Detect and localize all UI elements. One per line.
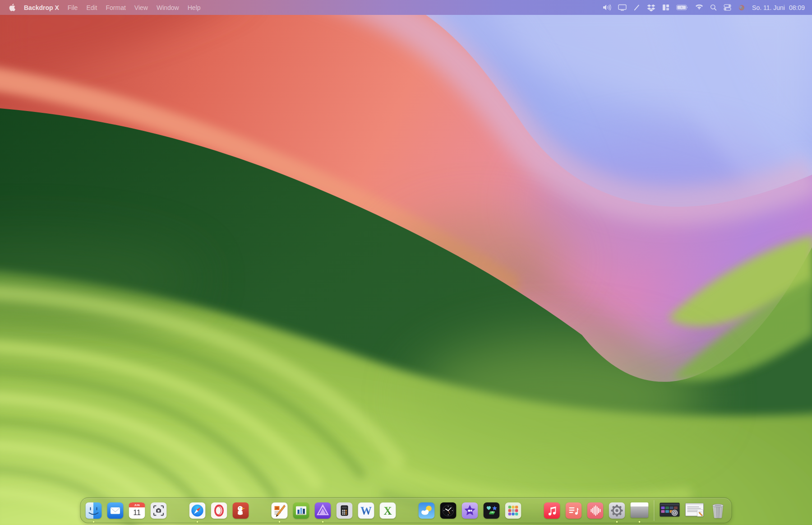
dock: JUN 11 [80, 497, 732, 523]
dock-calendar[interactable]: JUN 11 [129, 502, 145, 519]
apple-menu-icon[interactable] [9, 4, 15, 11]
mail-icon [107, 502, 124, 519]
numbers-icon [293, 502, 309, 519]
volume-icon[interactable] [602, 4, 611, 11]
trash-icon [710, 502, 726, 519]
wallpaper [0, 0, 812, 525]
battery-charging-icon[interactable] [676, 5, 688, 10]
system-settings-icon [609, 502, 625, 519]
app-badge-icon[interactable] [738, 4, 745, 11]
music-icon [544, 502, 560, 519]
dock-affinity-photo[interactable] [315, 502, 331, 519]
dock-backdrop-window[interactable] [631, 502, 649, 519]
menu-edit[interactable]: Edit [86, 4, 97, 11]
running-indicator [616, 521, 618, 523]
dock-trash[interactable] [710, 502, 727, 519]
stickers-icon [484, 502, 500, 519]
weather-icon [419, 502, 435, 519]
imovie-icon [462, 502, 478, 519]
dock-launchpad-grid[interactable] [505, 502, 521, 519]
dock-music[interactable] [544, 502, 560, 519]
dock-opera[interactable] [211, 502, 227, 519]
svg-text:11: 11 [133, 509, 141, 516]
pencil-icon[interactable] [633, 4, 640, 11]
active-app-menu[interactable]: Backdrop X [24, 4, 59, 11]
opera-icon [211, 502, 227, 519]
word-icon: W [358, 502, 374, 519]
clock-icon [440, 502, 457, 519]
dock-separator [654, 500, 655, 521]
dock-finder[interactable] [86, 502, 102, 519]
menu-help[interactable]: Help [188, 4, 201, 11]
wifi-icon[interactable] [695, 5, 703, 10]
duckduckgo-icon [233, 502, 249, 519]
dropbox-icon[interactable] [647, 4, 655, 11]
calendar-icon: JUN 11 [129, 502, 145, 519]
dock-word[interactable]: W [358, 502, 374, 519]
dock-stickers[interactable] [484, 502, 500, 519]
running-indicator [279, 521, 281, 523]
pages-icon [272, 502, 288, 519]
dock-system-settings[interactable] [609, 502, 625, 519]
window-tiling-icon[interactable] [662, 4, 669, 11]
dock-minimized-dark-window[interactable] [660, 502, 680, 519]
menu-file[interactable]: File [68, 4, 78, 11]
running-indicator [197, 521, 198, 523]
menu-bar: Backdrop X File Edit Format View Window … [0, 0, 812, 15]
menu-format[interactable]: Format [106, 4, 126, 11]
affinity-photo-icon [315, 502, 331, 519]
spotlight-icon[interactable] [710, 4, 717, 11]
dock-excel[interactable]: X [380, 502, 396, 519]
svg-text:W: W [360, 505, 372, 517]
running-indicator [93, 521, 95, 523]
menubar-time: 08:09 [789, 4, 805, 11]
dock-screenshot[interactable] [151, 502, 167, 519]
calculator-icon [337, 502, 353, 519]
svg-text:X: X [383, 505, 392, 517]
dock-pages[interactable] [272, 502, 288, 519]
dock-playlist[interactable] [566, 502, 582, 519]
voice-waveform-icon [587, 502, 604, 519]
running-indicator [639, 521, 641, 523]
svg-text:JUN: JUN [134, 504, 139, 506]
dock-duckduckgo[interactable] [233, 502, 249, 519]
menubar-clock[interactable]: So. 11. Juni 08:09 [752, 4, 805, 11]
dock-safari[interactable] [189, 502, 206, 519]
finder-icon [86, 502, 102, 519]
minimized-dark-window-icon [660, 502, 680, 517]
dock-minimized-text-document[interactable] [685, 502, 705, 519]
dock-imovie[interactable] [462, 502, 478, 519]
dock-weather[interactable] [419, 502, 435, 519]
safari-icon [189, 502, 206, 519]
playlist-icon [566, 502, 582, 519]
backdrop-window-icon [631, 502, 649, 518]
dock-numbers[interactable] [293, 502, 309, 519]
screenshot-icon [151, 502, 167, 519]
launchpad-grid-icon [505, 502, 521, 519]
menubar-date: So. 11. Juni [752, 4, 785, 11]
menu-view[interactable]: View [134, 4, 148, 11]
dock-clock[interactable] [440, 502, 457, 519]
minimized-text-document-icon [685, 502, 704, 517]
running-indicator [322, 521, 324, 523]
menu-window[interactable]: Window [157, 4, 179, 11]
dock-calculator[interactable] [337, 502, 353, 519]
dock-mail[interactable] [107, 502, 124, 519]
display-icon[interactable] [618, 4, 627, 11]
excel-icon: X [380, 502, 396, 519]
dock-voice-waveform[interactable] [587, 502, 604, 519]
control-center-icon[interactable] [724, 4, 731, 11]
